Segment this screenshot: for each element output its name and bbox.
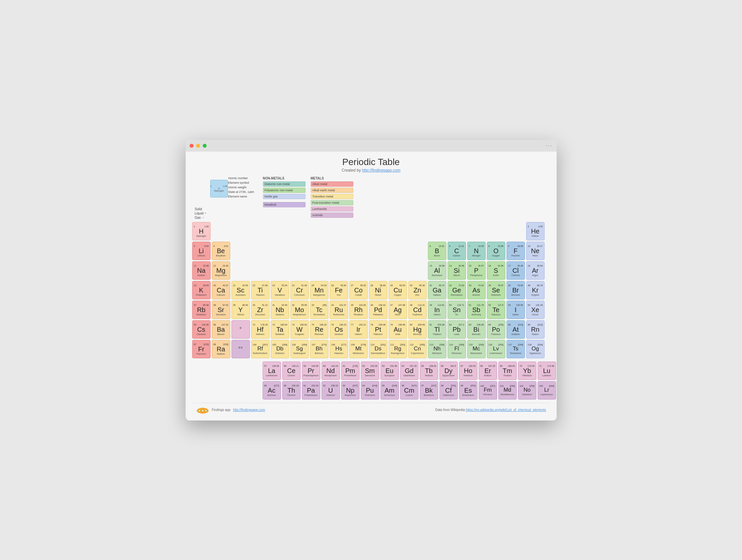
element-Rg[interactable]: 111[282] RgRoentgenium: [389, 340, 407, 358]
element-Db[interactable]: 105[268] DbDubnium: [271, 340, 289, 358]
element-Br[interactable]: 3579.90 BrBromine: [507, 281, 525, 299]
element-Sb[interactable]: 51121.76 SbAntimony: [467, 301, 486, 319]
element-C[interactable]: 612.01 CCarbon: [447, 242, 466, 260]
element-Ra[interactable]: 88[226] RaRadium: [212, 340, 230, 358]
element-Ba[interactable]: 56137.32 BaBarium: [212, 320, 230, 339]
element-Cs[interactable]: 55132.90 CsCaesium: [192, 320, 211, 339]
element-Pr[interactable]: 59140.90 PrPraseodymium: [302, 362, 320, 380]
element-Sc[interactable]: 2144.95 ScScandium: [231, 281, 250, 299]
element-Pm[interactable]: 61[145] PmPromethium: [341, 362, 360, 380]
minimize-button[interactable]: [196, 144, 200, 148]
element-Cf[interactable]: 98[251] CfCalifornium: [439, 381, 458, 400]
element-Ni[interactable]: 2858.69 NiNickel: [369, 281, 387, 299]
element-Pu[interactable]: 94[244] PuPlutonium: [361, 381, 379, 400]
element-Md[interactable]: 101[258] MdMendelevium: [498, 381, 517, 400]
element-Os[interactable]: 76190.23 OsOsmium: [330, 320, 348, 339]
fullscreen-button[interactable]: [203, 144, 207, 148]
element-Bi[interactable]: 83208.98 BiBismuth: [467, 320, 486, 339]
element-Ce[interactable]: 58140.11 CeCerium: [282, 362, 301, 380]
element-Hf[interactable]: 72178.49 HfHafnium: [251, 320, 269, 339]
element-Bk[interactable]: 97[247] BkBerkelium: [420, 381, 438, 400]
close-button[interactable]: [190, 144, 194, 148]
element-Eu[interactable]: 63151.96 EuEuropium: [380, 362, 399, 380]
element-Ta[interactable]: 73180.94 TaTantalum: [271, 320, 289, 339]
element-Cu[interactable]: 2963.54 CuCopper: [389, 281, 407, 299]
element-Pt[interactable]: 78195.08 PtPlatinum: [369, 320, 387, 339]
element-Hg[interactable]: 80200.59 HgMercury: [408, 320, 427, 339]
element-Ac[interactable]: 89[227] AcActinium: [263, 381, 281, 400]
element-Bh[interactable]: 107[270] BhBohrium: [310, 340, 328, 358]
element-Lv[interactable]: 116[293] LvLivermorium: [487, 340, 505, 358]
element-Rf[interactable]: 104[267] RfRutherfordium: [251, 340, 269, 358]
wiki-link[interactable]: https://en.wikipedia.org/wiki/List_of_ch…: [466, 408, 546, 412]
element-O[interactable]: 815.99 OOxygen: [487, 242, 505, 260]
element-At[interactable]: 85[210] AtAstatine: [507, 320, 525, 339]
element-Ge[interactable]: 3272.63 GeGermanium: [447, 281, 466, 299]
element-Xe[interactable]: 54131.29 XeXenon: [526, 301, 544, 319]
element-Mg[interactable]: 1224.30 MgMagnesium: [212, 261, 230, 280]
element-Ar[interactable]: 1839.94 ArArgon: [526, 261, 544, 280]
element-Kr[interactable]: 3683.79 KrKrypton: [526, 281, 544, 299]
element-Sr[interactable]: 3887.62 SrStrontium: [212, 301, 230, 319]
element-Sg[interactable]: 106[269] SgSeaborgium: [290, 340, 309, 358]
element-Ru[interactable]: 44101.07 RuRuthenium: [330, 301, 348, 319]
element-Lr[interactable]: 103[266] LrLawrencium: [538, 381, 556, 400]
element-Mn[interactable]: 2554.93 MnManganese: [310, 281, 328, 299]
element-W[interactable]: 74183.84 WTungsten: [290, 320, 309, 339]
element-Se[interactable]: 3478.97 SeSelenium: [487, 281, 505, 299]
element-F[interactable]: 918.99 FFluorine: [507, 242, 525, 260]
element-Fl[interactable]: 114[289] FlFlerovium: [447, 340, 466, 358]
element-Au[interactable]: 79196.96 AuGold: [389, 320, 407, 339]
element-Ds[interactable]: 110[281] DsDarmstadtium: [369, 340, 387, 358]
element-Si[interactable]: 1428.08 SiSilicon: [447, 261, 466, 280]
element-S[interactable]: 1632.06 SSulfur: [487, 261, 505, 280]
subtitle-link[interactable]: http://findingsapp.com: [362, 168, 400, 172]
element-As[interactable]: 3374.92 AsArsenic: [467, 281, 486, 299]
element-Pa[interactable]: 91231.03 PaProtactinium: [302, 381, 320, 400]
element-Es[interactable]: 99[252] EsEinsteinium: [459, 381, 477, 400]
element-H[interactable]: 11.00 HHydrogen: [192, 222, 211, 240]
element-Cm[interactable]: 96[247] CmCurium: [400, 381, 419, 400]
element-Am[interactable]: 95[243] AmAmericium: [380, 381, 399, 400]
element-Dy[interactable]: 66162.5 DyDysprosium: [439, 362, 458, 380]
element-No[interactable]: 102[259] NoNobelium: [518, 381, 536, 400]
element-Ca[interactable]: 2040.07 CaCalcium: [212, 281, 230, 299]
element-Te[interactable]: 52127.6 TeTellurium: [487, 301, 505, 319]
element-Tb[interactable]: 65158.92 TbTerbium: [420, 362, 438, 380]
element-Cl[interactable]: 1735.45 ClChlorine: [507, 261, 525, 280]
element-Na[interactable]: 1122.98 NaSodium: [192, 261, 211, 280]
element-Yb[interactable]: 70173.04 YbYtterbium: [518, 362, 536, 380]
element-Fe[interactable]: 2655.84 FeIron: [330, 281, 348, 299]
element-N[interactable]: 714.00 NNitrogen: [467, 242, 486, 260]
element-P[interactable]: 1530.97 PPhosphorus: [467, 261, 486, 280]
element-Fr[interactable]: 87[223] FrFrancium: [192, 340, 211, 358]
element-B[interactable]: 510.81 BBoron: [428, 242, 446, 260]
element-Rh[interactable]: 45102.90 RhRhodium: [350, 301, 368, 319]
element-Hs[interactable]: 108[277] HsHassium: [330, 340, 348, 358]
element-Fm[interactable]: 100[257] FmFermium: [479, 381, 497, 400]
element-Sn[interactable]: 50118.71 SnTin: [447, 301, 466, 319]
element-Tc[interactable]: 43(98) TcTechnetium: [310, 301, 328, 319]
element-I[interactable]: 53126.90 IIodine: [507, 301, 525, 319]
element-Pd[interactable]: 46106.42 PdPalladium: [369, 301, 387, 319]
element-K[interactable]: 1939.09 KPotassium: [192, 281, 211, 299]
element-Be[interactable]: 49.01 BeBeryllium: [212, 242, 230, 260]
element-Tm[interactable]: 69168.93 TmThulium: [498, 362, 517, 380]
element-Re[interactable]: 75186.20 ReRhenium: [310, 320, 328, 339]
element-Ti[interactable]: 2247.86 TiTitanium: [251, 281, 269, 299]
element-Po[interactable]: 84[209] PoPolonium: [487, 320, 505, 339]
element-Ts[interactable]: 117[294] TsTennessine: [507, 340, 525, 358]
element-Co[interactable]: 2758.93 CoCobalt: [350, 281, 368, 299]
element-Ag[interactable]: 47107.86 AgSilver: [389, 301, 407, 319]
element-Nh[interactable]: 113[286] NhNihonium: [428, 340, 446, 358]
element-Ho[interactable]: 67164.93 HoHolmium: [459, 362, 477, 380]
element-La[interactable]: 57138.90 LaLanthanum: [263, 362, 281, 380]
app-link[interactable]: http://findingsapp.com: [233, 408, 265, 412]
element-Rn[interactable]: 86[222] RnRadon: [526, 320, 544, 339]
element-Pb[interactable]: 82207.2 PbLead: [447, 320, 466, 339]
element-Tl[interactable]: 81204.38 TlThallium: [428, 320, 446, 339]
element-Sm[interactable]: 62150.36 SmSamarium: [361, 362, 379, 380]
element-Nb[interactable]: 4192.90 NbNiobium: [271, 301, 289, 319]
element-Th[interactable]: 90232.03 ThThorium: [282, 381, 301, 400]
element-Ga[interactable]: 3169.72 GaGallium: [428, 281, 446, 299]
